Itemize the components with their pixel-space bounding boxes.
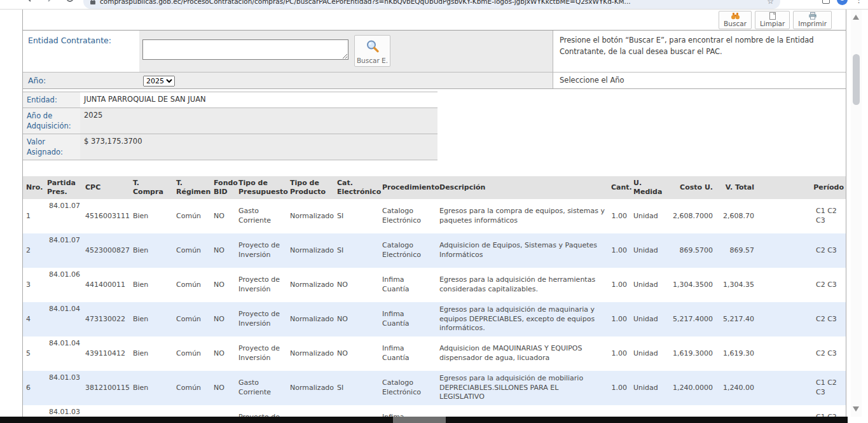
cell-nro: 5 xyxy=(23,336,44,371)
cell-fondo_bid: NO xyxy=(210,336,235,371)
info-row: Año de Adquisición:2025 xyxy=(23,108,437,134)
cell-cant: 1.00 xyxy=(608,302,630,336)
column-header-tipo_presupuesto: Tipo de Presupuesto xyxy=(235,176,287,199)
column-header-t_regimen: T. Régimen xyxy=(173,176,210,199)
cell-partida: 84.01.06 xyxy=(44,268,82,302)
cell-tipo_producto: Normalizado xyxy=(287,336,334,371)
cell-partida: 84.01.03 xyxy=(44,371,82,405)
buscar-e-button[interactable]: Buscar E. xyxy=(354,35,390,67)
vertical-scrollbar[interactable] xyxy=(851,10,862,417)
cell-fondo_bid: NO xyxy=(210,302,235,336)
cell-procedimiento: Infima Cuantía xyxy=(379,268,436,302)
cell-periodo: C2 C3 xyxy=(757,302,846,336)
printer-icon xyxy=(808,12,817,20)
scrollbar-thumb[interactable] xyxy=(853,54,860,105)
cell-u_medida: Unidad xyxy=(630,268,668,302)
cell-procedimiento: Infima Cuantía xyxy=(379,336,436,371)
cell-cpc: 439110412 xyxy=(82,336,130,371)
entidad-help-text: Presione el botón “Buscar E”, para encon… xyxy=(553,31,846,72)
download-icon[interactable] xyxy=(822,0,830,4)
url-text: compraspublicas.gob.ec/ProcesoContrataci… xyxy=(100,0,767,5)
column-header-nro: Nro. xyxy=(23,176,44,199)
column-header-descripcion: Descripción xyxy=(436,176,608,199)
cell-cpc: 3812100115 xyxy=(82,371,130,405)
cell-periodo: C2 C3 xyxy=(757,336,846,371)
scrollbar-up-arrow-icon[interactable] xyxy=(853,15,859,20)
cell-tipo_presupuesto: Proyecto de Inversión xyxy=(235,302,287,336)
column-header-t_compra: T. Compra xyxy=(130,176,173,199)
cell-tipo_producto: Normalizado xyxy=(287,268,334,302)
info-value: JUNTA PARROQUIAL DE SAN JUAN xyxy=(80,92,437,107)
cell-procedimiento: Catalogo Electrónico xyxy=(379,371,436,405)
pac-search-page: Buscar Limpiar Imprimir Entidad Contrata… xyxy=(22,10,846,423)
anio-help-text: Seleccione el Año xyxy=(553,72,846,88)
cell-cant: 1.00 xyxy=(608,233,630,268)
cell-u_medida: Unidad xyxy=(630,336,668,371)
cell-t_compra: Bien xyxy=(130,268,173,302)
cell-fondo_bid: NO xyxy=(210,268,235,302)
cell-tipo_presupuesto: Gasto Corriente xyxy=(235,199,287,233)
cell-costo_u: 1,240.0000 xyxy=(668,371,716,405)
cell-v_total: 1,619.30 xyxy=(716,336,757,371)
period-value: C2 C3 xyxy=(816,349,844,359)
pac-table: Nro.Partida Pres.CPCT. CompraT. RégimenF… xyxy=(23,176,846,423)
cell-cant: 1.00 xyxy=(608,336,630,371)
cell-nro: 6 xyxy=(23,371,44,405)
cell-cat_electronico: SI xyxy=(334,371,379,405)
cell-tipo_producto: Normalizado xyxy=(287,233,334,268)
cell-procedimiento: Infima Cuantía xyxy=(379,302,436,336)
cell-u_medida: Unidad xyxy=(630,233,668,268)
cell-costo_u: 1,619.3000 xyxy=(668,336,716,371)
column-header-cant: Cant. xyxy=(608,176,630,199)
limpiar-button[interactable]: Limpiar xyxy=(755,11,790,29)
anio-select[interactable]: 2025 xyxy=(143,76,175,87)
entidad-contratante-input[interactable] xyxy=(142,39,348,60)
column-header-fondo_bid: Fondo BID xyxy=(210,176,235,199)
back-icon[interactable] xyxy=(24,0,34,3)
table-row: 684.01.033812100115BienComúnNOGasto Corr… xyxy=(23,371,846,405)
url-bar[interactable]: compraspublicas.gob.ec/ProcesoContrataci… xyxy=(83,0,780,9)
cell-t_compra: Bien xyxy=(130,302,173,336)
entidad-input-cell: Buscar E. xyxy=(139,31,553,72)
cell-fondo_bid: NO xyxy=(210,233,235,268)
cell-cpc: 473130022 xyxy=(82,302,130,336)
buscar-button[interactable]: Buscar xyxy=(719,11,752,29)
cell-partida: 84.01.04 xyxy=(44,336,82,371)
cell-cant: 1.00 xyxy=(608,268,630,302)
imprimir-button[interactable]: Imprimir xyxy=(793,11,832,29)
cell-u_medida: Unidad xyxy=(630,302,668,336)
cell-costo_u: 5,217.4000 xyxy=(668,302,716,336)
info-row: Entidad:JUNTA PARROQUIAL DE SAN JUAN xyxy=(23,92,437,108)
forward-icon[interactable] xyxy=(45,0,55,3)
cell-v_total: 1,304.35 xyxy=(716,268,757,302)
cell-descripcion: Egresos para la adquisición de maquinari… xyxy=(436,302,608,336)
column-header-tipo_producto: Tipo de Producto xyxy=(287,176,334,199)
cell-tipo_presupuesto: Proyecto de Inversión xyxy=(235,268,287,302)
info-value: $ 373,175.3700 xyxy=(80,134,437,160)
actions-toolbar: Buscar Limpiar Imprimir xyxy=(23,10,846,31)
cell-cpc: 441400011 xyxy=(82,268,130,302)
cell-periodo: C1 C2 C3 xyxy=(757,371,846,405)
cell-tipo_producto: Normalizado xyxy=(287,302,334,336)
bookmark-star-icon[interactable]: ☆ xyxy=(767,0,774,9)
table-row: 184.01.074516003111BienComúnNOGasto Corr… xyxy=(23,199,846,233)
browser-menu-icon[interactable]: ⋮ xyxy=(855,0,863,4)
scrollbar-down-arrow-icon[interactable] xyxy=(853,406,859,412)
imprimir-button-label: Imprimir xyxy=(798,20,827,27)
browser-chrome: compraspublicas.gob.ec/ProcesoContrataci… xyxy=(0,0,868,10)
cell-t_regimen: Común xyxy=(173,268,210,302)
cell-costo_u: 869.5700 xyxy=(668,233,716,268)
cell-u_medida: Unidad xyxy=(630,371,668,405)
table-row: 484.01.04473130022BienComúnNOProyecto de… xyxy=(23,302,846,336)
info-label: Año de Adquisición: xyxy=(23,108,80,134)
profile-avatar[interactable] xyxy=(837,0,848,5)
buscar-e-label: Buscar E. xyxy=(357,57,388,64)
search-form: Entidad Contratante: Buscar E. Presione … xyxy=(23,31,846,89)
column-header-cat_electronico: Cat. Electrónico xyxy=(334,176,379,199)
lock-icon[interactable] xyxy=(90,0,96,8)
bottom-bar-segment xyxy=(393,417,446,423)
reload-icon[interactable] xyxy=(65,0,75,3)
cell-fondo_bid: NO xyxy=(210,199,235,233)
table-row: 584.01.04439110412BienComúnNOProyecto de… xyxy=(23,336,846,371)
cell-cpc: 4516003111 xyxy=(82,199,130,233)
